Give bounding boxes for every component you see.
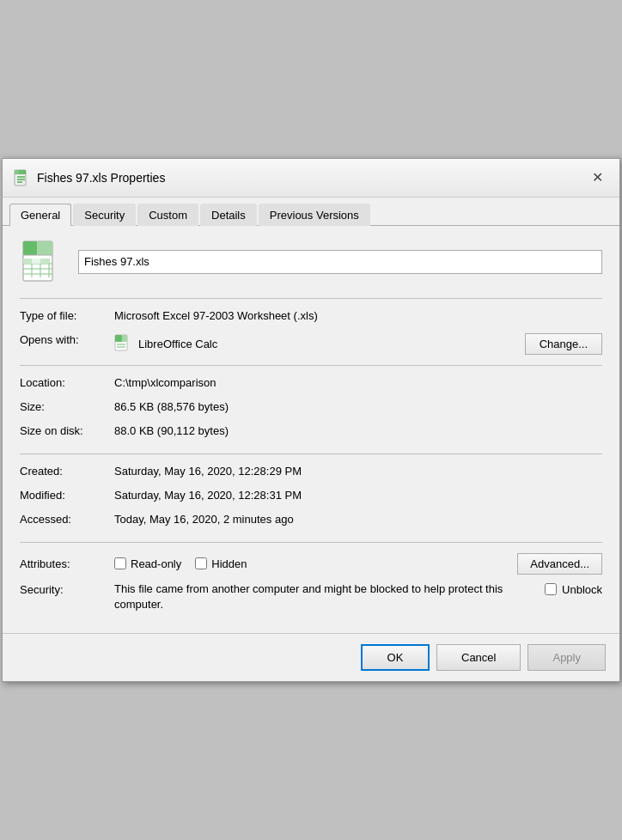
hidden-checkbox-label[interactable]: Hidden [195,557,247,570]
opens-with-content: LibreOffice Calc Change... [114,333,602,355]
attributes-row: Attributes: Read-only Hidden Advanced... [20,553,602,575]
opens-with-row: Opens with: LibreOffice Calc Change... [20,333,602,355]
svg-rect-2 [15,170,19,174]
cancel-button[interactable]: Cancel [436,644,521,671]
filename-input[interactable] [78,250,602,274]
security-content-row: This file came from another computer and… [114,581,602,612]
divider-3 [20,453,602,454]
svg-rect-21 [122,335,127,342]
divider-2 [20,365,602,366]
tab-previous-versions[interactable]: Previous Versions [259,204,370,226]
security-text: This file came from another computer and… [114,581,531,612]
accessed-label: Accessed: [20,513,114,526]
title-bar-left: Fishes 97.xls Properties [13,169,165,186]
created-row: Created: Saturday, May 16, 2020, 12:28:2… [20,465,602,484]
attributes-controls: Read-only Hidden Advanced... [114,553,602,575]
tab-details[interactable]: Details [200,204,257,226]
created-value: Saturday, May 16, 2020, 12:28:29 PM [114,465,302,478]
security-row: Security: This file came from another co… [20,581,602,612]
modified-label: Modified: [20,489,114,502]
divider-1 [20,298,602,299]
modified-row: Modified: Saturday, May 16, 2020, 12:28:… [20,489,602,508]
attributes-label: Attributes: [20,557,114,570]
type-row: Type of file: Microsoft Excel 97-2003 Wo… [20,309,602,328]
advanced-button[interactable]: Advanced... [517,553,602,575]
hidden-checkbox[interactable] [195,557,207,569]
type-value: Microsoft Excel 97-2003 Worksheet (.xls) [114,309,318,322]
accessed-row: Accessed: Today, May 16, 2020, 2 minutes… [20,513,602,532]
apply-button: Apply [527,644,606,671]
svg-rect-20 [115,335,122,342]
opens-with-app: LibreOffice Calc [114,334,525,353]
dialog-title: Fishes 97.xls Properties [37,171,165,185]
unblock-container: Unblock [545,583,602,596]
ok-button[interactable]: OK [361,644,430,671]
size-row: Size: 86.5 KB (88,576 bytes) [20,400,602,419]
security-label: Security: [20,583,114,596]
created-label: Created: [20,465,114,478]
tab-general[interactable]: General [9,204,71,226]
svg-rect-18 [40,259,49,264]
opens-with-label: Opens with: [20,333,114,346]
readonly-checkbox-label[interactable]: Read-only [114,557,181,570]
svg-rect-16 [23,259,32,264]
app-name: LibreOffice Calc [138,338,217,350]
unblock-checkbox[interactable] [545,583,557,595]
hidden-label: Hidden [211,557,247,570]
general-tab-content: Type of file: Microsoft Excel 97-2003 Wo… [3,226,619,633]
title-bar: Fishes 97.xls Properties ✕ [3,159,619,198]
size-on-disk-row: Size on disk: 88.0 KB (90,112 bytes) [20,424,602,443]
location-row: Location: C:\tmp\xlcomparison [20,376,602,395]
size-on-disk-label: Size on disk: [20,424,114,437]
size-value: 86.5 KB (88,576 bytes) [114,400,229,413]
location-label: Location: [20,376,114,389]
modified-value: Saturday, May 16, 2020, 12:28:31 PM [114,489,302,502]
location-value: C:\tmp\xlcomparison [114,376,216,389]
tab-security[interactable]: Security [73,204,136,226]
svg-rect-8 [37,241,52,255]
tabs-container: General Security Custom Details Previous… [3,198,619,226]
footer: OK Cancel Apply [3,633,619,681]
svg-rect-7 [23,241,37,255]
readonly-label: Read-only [131,557,181,570]
file-header [20,240,602,284]
tab-custom[interactable]: Custom [137,204,198,226]
properties-dialog: Fishes 97.xls Properties ✕ General Secur… [2,158,620,682]
file-icon-large [20,240,64,284]
readonly-checkbox[interactable] [114,557,126,569]
change-button[interactable]: Change... [525,333,602,355]
libreoffice-icon [114,334,133,353]
size-label: Size: [20,400,114,413]
accessed-value: Today, May 16, 2020, 2 minutes ago [114,513,294,526]
close-button[interactable]: ✕ [585,166,609,190]
unblock-label: Unblock [562,583,602,596]
divider-4 [20,542,602,543]
type-label: Type of file: [20,309,114,322]
size-on-disk-value: 88.0 KB (90,112 bytes) [114,424,229,437]
svg-rect-17 [32,259,40,264]
svg-rect-1 [18,170,26,174]
file-title-icon [13,169,30,186]
